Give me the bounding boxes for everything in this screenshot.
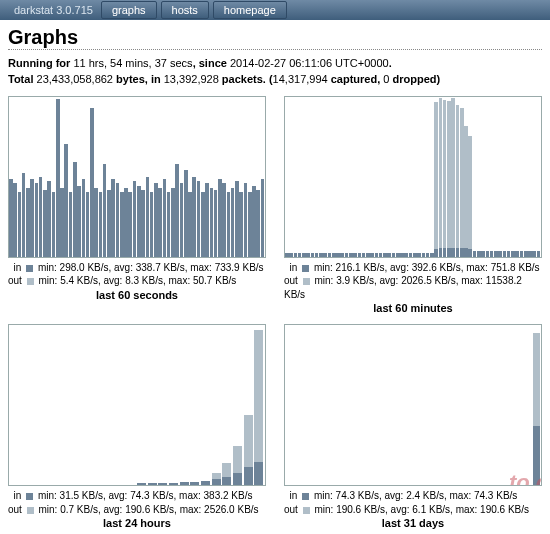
bar-in [537, 251, 541, 257]
bar-in [205, 183, 209, 257]
bar-in [137, 483, 146, 485]
bar-in [520, 251, 524, 257]
bar-in [47, 181, 51, 257]
bar-in [22, 173, 26, 257]
bar-out [460, 108, 464, 257]
bar-in [336, 253, 340, 257]
bar-in [222, 477, 231, 486]
bar-in [328, 253, 332, 257]
graph-card-hr: in min: 31.5 KB/s, avg: 74.3 KB/s, max: … [8, 324, 266, 529]
bar-in [56, 99, 60, 257]
legend-sec: in min: 298.0 KB/s, avg: 338.7 KB/s, max… [8, 261, 266, 288]
uptime-value: 11 hrs, 54 mins, 37 secs [73, 57, 192, 69]
bar-in [231, 188, 235, 257]
bar-in [362, 253, 366, 257]
bar-in [175, 164, 179, 257]
running-for-label: Running for [8, 57, 70, 69]
bar-in [294, 253, 298, 257]
bar-in [244, 183, 248, 257]
bar-in [111, 179, 115, 257]
bar-out [443, 100, 447, 257]
graphs-grid: in min: 298.0 KB/s, avg: 338.7 KB/s, max… [8, 96, 542, 530]
total-packets: 13,392,928 [164, 73, 219, 85]
chart-min [284, 96, 542, 258]
bar-in [345, 253, 349, 257]
nav-link-homepage[interactable]: homepage [213, 1, 287, 19]
bar-in [494, 251, 498, 257]
bar-in [358, 253, 362, 257]
bar-in [201, 192, 205, 257]
bar-in [434, 249, 438, 257]
bar-in [430, 253, 434, 257]
bar-in [227, 192, 231, 257]
swatch-out-icon [27, 507, 34, 514]
bar-in [43, 190, 47, 257]
total-label: Total [8, 73, 37, 85]
bar-in [315, 253, 319, 257]
bar-in [353, 253, 357, 257]
graph-card-sec: in min: 298.0 KB/s, avg: 338.7 KB/s, max… [8, 96, 266, 315]
chart-title: last 60 seconds [8, 289, 266, 301]
bar-in [94, 188, 98, 257]
bar-in [340, 253, 344, 257]
bar-in [460, 248, 464, 257]
bar-out [447, 101, 451, 257]
bar-in [498, 251, 502, 257]
bar-in [439, 248, 443, 257]
bar-in [392, 253, 396, 257]
bar-in [515, 251, 519, 257]
bar-in [443, 248, 447, 257]
swatch-in-icon [302, 493, 309, 500]
bar-in [86, 192, 90, 257]
bar-in [375, 253, 379, 257]
bar-in [124, 188, 128, 257]
bar-in [233, 473, 242, 485]
bar-in [188, 192, 192, 257]
bar-in [456, 248, 460, 257]
bar-in [26, 188, 30, 257]
chart-title: last 60 minutes [284, 302, 542, 314]
bar-in [323, 253, 327, 257]
bar-in [349, 253, 353, 257]
bar-in [477, 251, 481, 257]
bar-in [107, 190, 111, 257]
total-bytes: 23,433,058,862 [37, 73, 113, 85]
bar-out [451, 98, 455, 257]
bar-in [451, 248, 455, 257]
top-navbar: darkstat 3.0.715 graphs hosts homepage [0, 0, 550, 20]
bar-in [244, 467, 253, 485]
bar-in [146, 177, 150, 257]
bar-in [154, 183, 158, 257]
bar-in [39, 177, 43, 257]
bar-in [409, 253, 413, 257]
swatch-in-icon [26, 493, 33, 500]
bar-in [252, 186, 256, 257]
bar-in [417, 253, 421, 257]
bar-in [396, 253, 400, 257]
bar-out [456, 105, 460, 257]
bar-in [192, 177, 196, 257]
graph-card-day: to.com技 术 成 就 梦 想 in min: 74.3 KB/s, avg… [284, 324, 542, 529]
bar-in [254, 462, 263, 486]
bar-in [319, 253, 323, 257]
bar-in [239, 192, 243, 257]
nav-link-graphs[interactable]: graphs [101, 1, 157, 19]
bar-in [60, 188, 64, 257]
bar-in [197, 181, 201, 257]
bar-in [235, 181, 239, 257]
bar-in [532, 251, 536, 257]
bar-in [190, 482, 199, 485]
bar-in [30, 179, 34, 257]
bar-out [468, 136, 472, 257]
nav-link-hosts[interactable]: hosts [161, 1, 209, 19]
bar-in [103, 164, 107, 257]
swatch-out-icon [303, 507, 310, 514]
bar-in [486, 251, 490, 257]
bar-in [116, 183, 120, 257]
bar-in [82, 179, 86, 257]
bar-in [387, 253, 391, 257]
since-value: 2014-02-27 06:11:06 UTC+0000 [230, 57, 389, 69]
bar-in [133, 181, 137, 257]
app-brand: darkstat 3.0.715 [6, 2, 101, 18]
bar-in [218, 179, 222, 257]
